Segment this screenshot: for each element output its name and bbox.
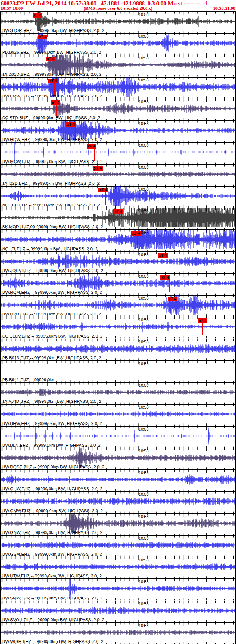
- trace-row-uw-svoh-ehz[interactable]: 10:58UW.SVOH.EHZ -- 99999.0km BW HIGHPAS…: [1, 601, 235, 623]
- pick-time-line[interactable]: [202, 323, 203, 335]
- trace-row-uw-hdw-ehz[interactable]: 10:58UW.HDW.EHZ -- 99999.0km BW HIGHPASS…: [1, 121, 235, 143]
- minute-tick-label: 10:58: [139, 121, 149, 126]
- station-channel-label: UW.BLN.EHZ -- 99999.0km BW HIGHPASS 2.0 …: [2, 443, 101, 447]
- window-end-time: 10:58:21.00: [213, 6, 235, 11]
- trace-row-uw-wish-bhz[interactable]: 10:58UW.WISH.BHZ -- 99999.0km BW HIGHPAS…: [1, 623, 235, 644]
- pick-flag[interactable]: xT 4: [113, 209, 123, 214]
- pick-flag[interactable]: xT 4: [168, 297, 177, 301]
- trace-row-uw-h2o-ehz[interactable]: 10:58UW.H2O.EHZ -- 99999.0km BW HIGHPASS…: [1, 296, 235, 317]
- trace-row-ta-a04d-bhz[interactable]: 10:58TA.A04D.BHZ -- 99999.0km BW HIGHPAS…: [1, 383, 235, 405]
- trace-row-uw-jorv-ehz[interactable]: 10:58UW.JORV.EHZ -- 99999.0km BW HIGHPAS…: [1, 252, 235, 274]
- pick-flag[interactable]: xT 4: [46, 57, 55, 61]
- trace-row-uw-ghw-ehz[interactable]: 10:58UW.GHW.EHZ -- 99999.0km BW HIGHPASS…: [1, 470, 235, 492]
- station-channel-label: UW.SMW.EHZ -- 99999.0km BW HIGHPASS 2.0 …: [2, 596, 102, 600]
- pick-flag[interactable]: xT 4: [87, 144, 96, 149]
- trace-row-uw-gsm-ehz[interactable]: 10:58UW.GSM.EHZ -- 99999.0km BW HIGHPASS…: [1, 536, 235, 557]
- pick-flag[interactable]: xT 4: [160, 275, 170, 280]
- minute-tick-label: 10:58: [139, 340, 149, 344]
- trace-row-uw-bln-ehz[interactable]: 10:58UW.BLN.EHZ -- 99999.0km BW HIGHPASS…: [1, 427, 235, 448]
- minute-tick-label: 10:58: [139, 34, 149, 38]
- waveform-trace: [1, 388, 235, 397]
- trace-row-uw-gnw-bhz[interactable]: 10:58UW.GNW.BHZ -- 99999.0km BW HIGHPASS…: [1, 514, 235, 536]
- pick-flag[interactable]: xT 4: [33, 13, 42, 18]
- trace-row-uw-dose-bhz[interactable]: 10:58UW.DOSE.BHZ -- 99999.0km BW HIGHPAS…: [1, 448, 235, 470]
- time-range-bar: 10:57:18.00 (RMS noise over 6.0 s scaled…: [0, 6, 236, 11]
- minute-tick-label: 10:58: [139, 100, 149, 104]
- pick-flag[interactable]: xT 4: [48, 79, 58, 83]
- trace-row-uw-rcm-ehz[interactable]: 10:58UW.RCM.EHZ -- 99999.0km BW HIGHPASS…: [1, 274, 235, 296]
- station-channel-label: UW.BHW.EHZ -- 99999.0km BW HIGHPASS 2.0 …: [2, 421, 102, 426]
- trace-row-uw-fmw-ehz[interactable]: 10:58UW.FMW.EHZ -- 99999.0km BW HIGHPASS…: [1, 78, 235, 99]
- pick-flag[interactable]: xT 4: [131, 231, 141, 236]
- station-channel-label: NC.LBC.EHZ -- 99999.0km BW HIGHPASS 2.0 …: [2, 203, 100, 207]
- station-channel-label: CC.STD.BHZ -- 99999.0km BW HIGHPASS 2.0 …: [2, 116, 100, 120]
- trace-row-bk-mod-hhz[interactable]: 10:58BK.MOD.HHZ 00 99999.0km BW HIGHPASS…: [1, 208, 235, 230]
- trace-row-uw-bhw-ehz[interactable]: 10:58UW.BHW.EHZ -- 99999.0km BW HIGHPASS…: [1, 405, 235, 426]
- station-channel-label: UW.SVOH.EHZ -- 99999.0km BW HIGHPASS 2.0…: [2, 618, 104, 622]
- pick-flag[interactable]: xT 4: [51, 100, 60, 105]
- waveform-trace: [1, 498, 235, 505]
- pick-time-line[interactable]: [119, 214, 120, 226]
- station-channel-label: UW.MCW.EHZ -- 99999.0km BW HIGHPASS 2.0 …: [2, 159, 103, 164]
- minute-tick-label: 10:58: [139, 56, 149, 60]
- waveform-trace: [1, 630, 235, 635]
- pick-flag[interactable]: xT 4: [198, 318, 207, 323]
- trace-row-uw-gmw-ehz[interactable]: 10:58UW.GMW.EHZ -- 99999.0km BW HIGHPASS…: [1, 492, 235, 514]
- trace-row-uw-smw-ehz[interactable]: 10:58UW.SMW.EHZ -- 99999.0km BW HIGHPASS…: [1, 579, 235, 601]
- minute-tick-label: 10:58: [139, 361, 149, 366]
- station-channel-label: UW.RCM.EHZ -- 99999.0km BW HIGHPASS 2.0 …: [2, 290, 102, 294]
- waveform-trace: [1, 563, 235, 570]
- minute-tick-label: 10:58: [139, 536, 149, 540]
- trace-row-pb-b941-ehz[interactable]: 10:58PB.B941.EHZ -- 99999.0km: [1, 361, 235, 383]
- station-channel-label: PB.B941.EHZ -- 99999.0km: [2, 377, 55, 382]
- station-channel-label: UW.GMW.EHZ -- 99999.0km BW HIGHPASS 2.0 …: [2, 509, 103, 513]
- pick-flag[interactable]: xT 4: [158, 253, 168, 258]
- trace-row-uw-mcw-ehz[interactable]: 10:58UW.MCW.EHZ -- 99999.0km BW HIGHPASS…: [1, 143, 235, 164]
- pick-time-line[interactable]: [101, 171, 101, 183]
- trace-row-pb-b926-ehz[interactable]: 10:58PB.B926.EHZ -- 99999.0km BW HIGHPAS…: [1, 34, 235, 55]
- station-channel-label: BK.MOD.HHZ 00 99999.0km BW HIGHPASS 2.0 …: [2, 225, 103, 229]
- trace-row-uw-stor-hhz[interactable]: 10:58UW.STOR.HHZ -- 99999.0km BW HIGHPAS…: [1, 12, 235, 34]
- trace-row-cc-std-bhz[interactable]: 10:58CC.STD.BHZ -- 99999.0km BW HIGHPASS…: [1, 99, 235, 121]
- minute-tick-label: 10:58: [139, 383, 149, 388]
- minute-tick-label: 10:58: [139, 427, 149, 431]
- station-channel-label: UW.WISH.BHZ -- 99999.0km BW HIGHPASS 2.0…: [2, 639, 104, 644]
- station-channel-label: UW.GSM.EHZ -- 99999.0km BW HIGHPASS 2.0 …: [2, 552, 102, 556]
- trace-row-pb-b013-ehz[interactable]: 10:58PB.B013.EHZ -- 99999.0km BW HIGHPAS…: [1, 339, 235, 361]
- station-channel-label: UW.STOR.HHZ -- 99999.0km BW HIGHPASS 2.0…: [2, 28, 104, 33]
- pick-flag[interactable]: xT 4: [38, 35, 47, 39]
- minute-tick-label: 10:58: [139, 187, 149, 191]
- waveform-trace: [1, 254, 235, 269]
- waveform-trace: [1, 322, 235, 332]
- pick-time-line[interactable]: [137, 236, 138, 248]
- pick-time-line[interactable]: [169, 280, 170, 292]
- minute-tick-label: 10:58: [139, 492, 149, 497]
- minute-tick-label: 10:58: [139, 602, 149, 606]
- minute-tick-label: 10:58: [139, 12, 149, 17]
- station-channel-label: UW.FMW.EHZ -- 99999.0km BW HIGHPASS 2.0 …: [2, 94, 102, 98]
- pick-time-line[interactable]: [164, 258, 164, 270]
- station-channel-label: UW.GNW.BHZ -- 99999.0km BW HIGHPASS 2.0 …: [2, 530, 102, 535]
- pick-time-line[interactable]: [176, 301, 176, 314]
- trace-plot: 10:58UW.STOR.HHZ -- 99999.0km BW HIGHPAS…: [0, 11, 236, 644]
- pick-flag[interactable]: xT 4: [66, 122, 76, 127]
- trace-row-nc-lbc-ehz[interactable]: 10:58NC.LBC.EHZ -- 99999.0km BW HIGHPASS…: [1, 187, 235, 208]
- trace-row-cc-clcv-ehz[interactable]: 10:58CC.CLCV.EHZ -- 99999.0km BW HIGHPAS…: [1, 317, 235, 339]
- station-channel-label: TA.A04D.BHZ -- 99999.0km BW HIGHPASS 2.0…: [2, 399, 101, 403]
- pick-time-line[interactable]: [105, 192, 106, 205]
- station-channel-label: UW.GHW.EHZ -- 99999.0km BW HIGHPASS 2.0 …: [2, 486, 102, 491]
- seismogram-review-screen: { "header": { "line1": "60823422 UW Jul …: [0, 0, 236, 644]
- trace-row-ta-d03d-bhz[interactable]: 10:58TA.D03D.BHZ -- 99999.0km BW HIGHPAS…: [1, 55, 235, 77]
- minute-tick-label: 10:58: [139, 405, 149, 409]
- minute-tick-label: 10:58: [139, 449, 149, 453]
- pick-flag[interactable]: xT 4: [98, 188, 108, 192]
- station-channel-label: UW.DOSE.BHZ -- 99999.0km BW HIGHPASS 2.0…: [2, 465, 104, 469]
- station-channel-label: CC.CLCV.EHZ -- 99999.0km BW HIGHPASS 2.0…: [2, 334, 102, 338]
- scaling-note: (RMS noise over 6.0 s scaled 20.0 x): [0, 6, 236, 11]
- trace-row-ta-i02d-bhz[interactable]: 10:58TA.I02D.BHZ -- 99999.0km BW HIGHPAS…: [1, 165, 235, 187]
- pick-flag[interactable]: xT 4: [93, 166, 103, 171]
- waveform-trace: [1, 171, 235, 177]
- trace-row-uw-htw-ehz[interactable]: 10:58UW.HTW.EHZ -- 99999.0km BW HIGHPASS…: [1, 557, 235, 579]
- trace-row-nc-lti-ehz[interactable]: 10:58NC.LTI.EHZ -- 99999.0km BW HIGHPASS…: [1, 230, 235, 252]
- waveform-trace: [1, 274, 235, 292]
